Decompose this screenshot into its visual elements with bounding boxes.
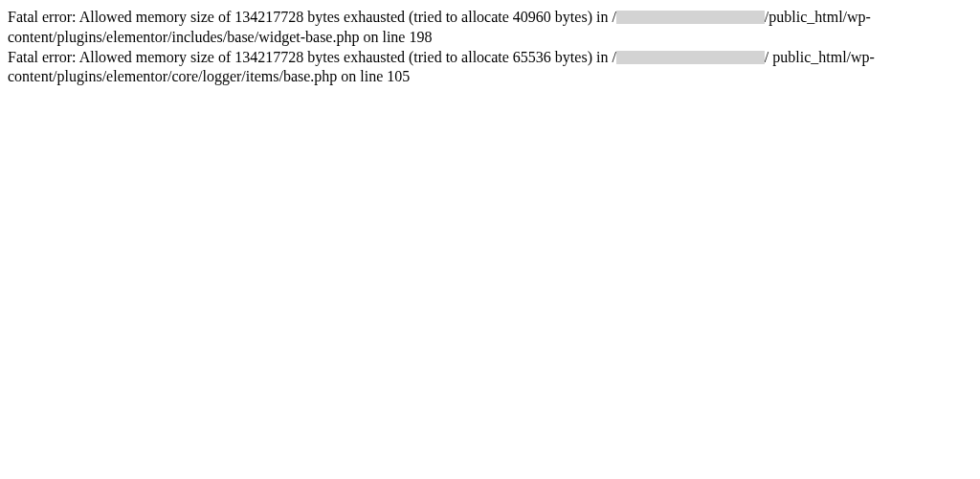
php-error-1: Fatal error: Allowed memory size of 1342… (8, 8, 972, 48)
error-text-suffix: /public_html/wp- (765, 9, 871, 25)
php-error-2: Fatal error: Allowed memory size of 1342… (8, 48, 972, 88)
redacted-path (616, 51, 765, 64)
error-text-prefix: Fatal error: Allowed memory size of 1342… (8, 49, 616, 65)
error-text-line2: content/plugins/elementor/includes/base/… (8, 29, 432, 45)
error-text-line2: content/plugins/elementor/core/logger/it… (8, 68, 410, 84)
error-text-suffix: / public_html/wp- (765, 49, 875, 65)
redacted-path (616, 11, 765, 24)
error-text-prefix: Fatal error: Allowed memory size of 1342… (8, 9, 616, 25)
